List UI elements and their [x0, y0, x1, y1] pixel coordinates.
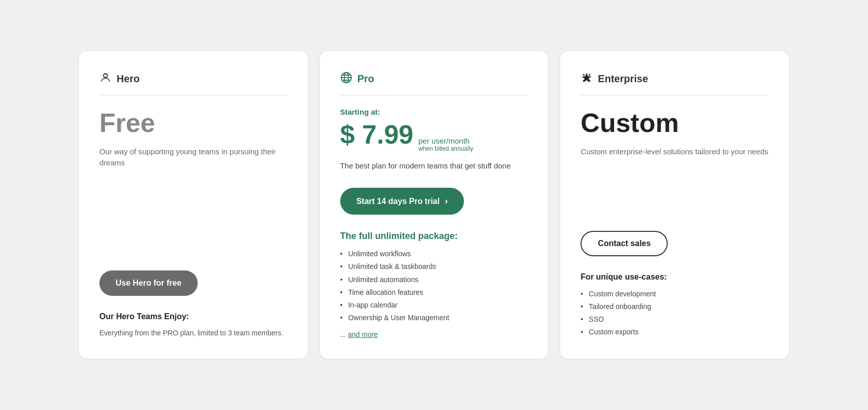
- pro-feature-5: In-app calendar: [340, 299, 528, 312]
- pro-price-period: per user/month when billed annually: [418, 136, 473, 152]
- pro-and-more-link[interactable]: and more: [348, 330, 378, 338]
- enterprise-plan-name: Enterprise: [598, 73, 648, 85]
- pro-price-per: per user/month: [418, 136, 473, 145]
- enterprise-feature-3: SSO: [581, 313, 769, 326]
- enterprise-features-list: Custom development Tailored onboarding S…: [581, 288, 769, 339]
- pro-starting-at: Starting at:: [340, 108, 528, 116]
- pro-feature-3: Unlimited automations: [340, 274, 528, 286]
- pro-feature-1: Unlimited workflows: [340, 248, 528, 260]
- enterprise-section-title: For unique use-cases:: [581, 272, 769, 282]
- pro-price-row: $ 7.99 per user/month when billed annual…: [340, 119, 528, 152]
- pro-price-symbol-amount: $ 7.99: [340, 119, 414, 150]
- pro-feature-2: Unlimited task & taskboards: [340, 260, 528, 273]
- enterprise-feature-1: Custom development: [581, 288, 769, 300]
- pro-cta-button[interactable]: Start 14 days Pro trial ›: [340, 188, 464, 215]
- hero-icon: [99, 72, 112, 87]
- hero-card-header: Hero: [99, 72, 287, 87]
- enterprise-divider: [581, 95, 769, 95]
- enterprise-description: Custom enterprise-level solutions tailor…: [581, 146, 769, 158]
- pro-feature-4: Time allocation features: [340, 286, 528, 299]
- enterprise-feature-4: Custom exports: [581, 326, 769, 338]
- pro-section-title: The full unlimited package:: [340, 231, 528, 242]
- hero-cta-button[interactable]: Use Hero for free: [99, 270, 198, 296]
- hero-plan-name: Hero: [117, 73, 140, 85]
- pro-card-header: Pro: [340, 72, 528, 87]
- pro-and-more-prefix: ...: [340, 330, 346, 338]
- enterprise-card: Enterprise Custom Custom enterprise-leve…: [560, 51, 789, 359]
- pro-price-billed: when billed annually: [418, 145, 473, 152]
- pro-divider: [340, 95, 528, 95]
- pro-tagline: The best plan for modern teams that get …: [340, 160, 528, 172]
- pro-features-list: Unlimited workflows Unlimited task & tas…: [340, 248, 528, 324]
- hero-features-description: Everything from the PRO plan, limited to…: [99, 327, 287, 338]
- hero-description: Our way of supporting young teams in pur…: [99, 146, 287, 169]
- hero-price: Free: [99, 108, 287, 138]
- pro-cta-label: Start 14 days Pro trial: [356, 197, 440, 206]
- pro-feature-6: Ownership & User Management: [340, 312, 528, 324]
- enterprise-cta-button[interactable]: Contact sales: [581, 231, 668, 256]
- pro-price-amount: 7.99: [362, 120, 413, 149]
- hero-section-title: Our Hero Teams Enjoy:: [99, 312, 287, 321]
- pro-and-more: ... and more: [340, 330, 528, 338]
- pro-price-symbol: $: [340, 120, 355, 149]
- pro-icon: [340, 72, 352, 87]
- pro-plan-name: Pro: [357, 73, 374, 85]
- enterprise-feature-2: Tailored onboarding: [581, 300, 769, 313]
- hero-divider: [99, 95, 287, 95]
- enterprise-price: Custom: [581, 108, 769, 138]
- chevron-right-icon: ›: [445, 196, 448, 207]
- pricing-container: Hero Free Our way of supporting young te…: [79, 51, 789, 359]
- svg-rect-1: [103, 74, 107, 77]
- hero-card: Hero Free Our way of supporting young te…: [79, 51, 308, 359]
- enterprise-icon: [581, 72, 593, 87]
- enterprise-card-header: Enterprise: [581, 72, 769, 87]
- pro-card: Pro Starting at: $ 7.99 per user/month w…: [320, 51, 549, 359]
